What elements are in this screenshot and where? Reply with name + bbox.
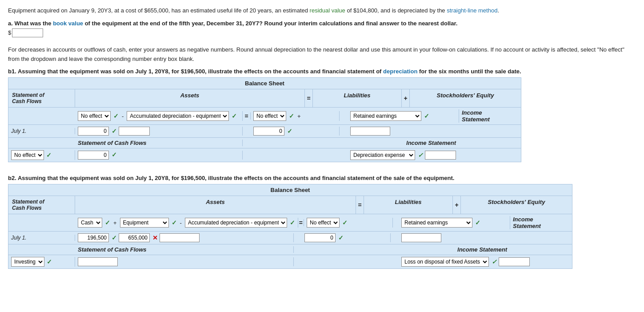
b2-income-stmt-label: Income Statement <box>457 246 507 253</box>
b1-col-eq-header: = <box>305 89 313 107</box>
b2-investing-check: ✓ <box>47 258 52 265</box>
b1-july1-input1[interactable] <box>78 127 109 136</box>
b1-dep-input[interactable] <box>425 151 456 160</box>
b2-investing-input[interactable] <box>78 257 118 266</box>
b1-july1-check1: ✓ <box>112 128 117 135</box>
b1-income-stmt-label: Income Statement <box>406 140 456 146</box>
intro-paragraph: Equipment acquired on January 9, 20Y3, a… <box>8 6 636 16</box>
b1-eq-cell: = <box>243 112 251 120</box>
b2-acc-dep-check: ✓ <box>290 219 295 226</box>
b2-assets-dd-cell: Cash ✓ + Equipment ✓ - Accumulated depre… <box>75 218 298 228</box>
b2-acc-dep-input[interactable] <box>160 233 200 242</box>
book-value-text: book value <box>53 20 83 27</box>
residual-value-text: residual value <box>310 7 345 14</box>
b2-loss-input[interactable] <box>499 257 530 266</box>
b1-col-equity-header: Stockholders' Equity <box>410 89 521 107</box>
answer-a-input[interactable] <box>12 28 43 37</box>
b1-label: b1. Assuming that the equipment was sold… <box>8 68 636 75</box>
b2-july1-equity <box>399 233 510 242</box>
b2-assets-plus: + <box>113 220 117 226</box>
b1-noeffect-input[interactable] <box>78 151 109 160</box>
b1-liab-plus: + <box>297 113 301 120</box>
b2-equipment-input[interactable] <box>119 233 150 242</box>
b2-scf-text: Statement of Cash Flows <box>78 246 147 253</box>
b2-col-eq-header: = <box>356 196 364 214</box>
b1-equity-dd[interactable]: Retained earnings <box>350 111 421 121</box>
b2-eq-cell: = <box>298 219 304 226</box>
b2-cash-input-check: ✓ <box>112 234 117 241</box>
b1-income-header-cell: IncomeStatement <box>459 109 521 123</box>
b2-july1-label: July 1. <box>8 235 75 241</box>
b2-bs-title: Balance Sheet <box>8 184 572 196</box>
b1-noeffect-dd-cell: No effect ✓ <box>8 150 75 160</box>
b1-col-scf-header: Statement of Cash Flows <box>8 89 75 107</box>
b2-income-stmt-label-cell: Income Statement <box>399 246 510 253</box>
b2-loss-disposal-cell: Loss on disposal of fixed Assets ✓ <box>399 257 510 267</box>
b2-july1-assets: ✓ ✕ <box>75 233 294 242</box>
b1-dep-expense-dd[interactable]: Depreciation expense <box>350 150 415 160</box>
b1-assets-dd1[interactable]: No effect <box>78 111 111 121</box>
b1-noeffect-check: ✓ <box>46 152 52 159</box>
b2-cash-check: ✓ <box>105 219 110 226</box>
b1-july1-liab-input[interactable] <box>253 127 284 136</box>
b2-scf-label-row: Statement of Cash Flows Income Statement <box>8 244 572 255</box>
b1-noeffect-dd[interactable]: No effect <box>11 150 44 160</box>
dollar-sign: $ <box>8 29 11 36</box>
b2-acc-dep-dd[interactable]: Accumulated depreciation - equipment <box>185 218 287 228</box>
b2-liab-input[interactable] <box>304 233 336 242</box>
b1-scf-equity-label: Income Statement <box>348 140 459 146</box>
b1-july1-liab: ✓ <box>251 127 340 136</box>
b2-july1-row: July 1. ✓ ✕ ✓ <box>8 231 572 244</box>
b1-july1-equity <box>348 127 459 136</box>
b1-dep-check: ✓ <box>418 152 423 159</box>
b1-dd1-check: ✓ <box>113 112 119 120</box>
b1-liab-dd-cell: No effect ✓ + <box>251 111 340 121</box>
b2-investing-dd[interactable]: Investing <box>11 257 44 267</box>
b2-july1-liab: ✓ <box>302 233 391 242</box>
b2-equipment-check: ✓ <box>172 219 177 226</box>
b2-cash-input[interactable] <box>78 233 109 242</box>
b2-scfdata-middle <box>75 257 294 266</box>
b1-bs-title: Balance Sheet <box>8 78 521 89</box>
b2-equipment-dd[interactable]: Equipment <box>120 218 169 228</box>
b2-liab-dd-cell: No effect ✓ <box>304 218 393 228</box>
b1-balance-sheet: Balance Sheet Statement of Cash Flows As… <box>8 77 521 162</box>
b2-liab-check: ✓ <box>342 219 348 226</box>
b2-income-header-cell: IncomeStatement <box>510 216 572 229</box>
b1-dep-expense-cell: Depreciation expense ✓ <box>348 150 459 160</box>
b2-equity-dd-cell: Retained earnings ✓ <box>399 218 510 228</box>
b2-assets-minus: - <box>180 220 182 226</box>
b1-col-liab-header: Liabilities <box>313 89 402 107</box>
b2-loss-disposal-dd[interactable]: Loss on disposal of fixed Assets <box>401 257 489 267</box>
b2-col-scf-header: Statement of Cash Flows <box>8 196 75 214</box>
b1-july1-equity-input[interactable] <box>350 127 390 136</box>
b2-liab-dd[interactable]: No effect <box>307 218 340 228</box>
b1-scf-label-row: Statement of Cash Flows Income Statement <box>8 137 521 148</box>
question-a-label: a. What was the book value of the equipm… <box>8 20 636 27</box>
b2-col-equity-header: Stockholders' Equity <box>461 196 572 214</box>
b1-income-label: IncomeStatement <box>462 109 490 123</box>
b2-loss-check: ✓ <box>492 258 497 265</box>
b1-liab-dd[interactable]: No effect <box>253 111 286 121</box>
b2-header-row: Statement of Cash Flows Assets = Liabili… <box>8 196 572 214</box>
b1-dropdown-row: No effect ✓ - Accumulated depreciation -… <box>8 107 521 124</box>
b1-scfdata-row: No effect ✓ ✓ Depreciation expense ✓ <box>8 148 521 162</box>
b1-noeffect-input-check: ✓ <box>112 151 117 158</box>
b1-liab-check: ✓ <box>289 112 294 120</box>
b2-equity-input[interactable] <box>401 233 441 242</box>
b2-col-liab-header: Liabilities <box>364 196 453 214</box>
b2-scf-middle: Statement of Cash Flows <box>75 246 294 253</box>
b1-assets-dd2[interactable]: Accumulated depreciation - equipment <box>127 111 229 121</box>
b1-scf-middle: Statement of Cash Flows <box>75 140 243 146</box>
b2-cash-dd[interactable]: Cash <box>78 218 102 228</box>
depreciation-link: depreciation <box>383 68 417 75</box>
b2-equity-check: ✓ <box>475 219 480 226</box>
b2-equity-dd[interactable]: Retained earnings <box>401 218 472 228</box>
b2-label: b2. Assuming that the equipment was sold… <box>8 175 636 181</box>
b1-scfdata-middle: ✓ <box>75 151 243 160</box>
b1-july1-row: July 1. ✓ ✓ <box>8 124 521 137</box>
b1-minus-sign: - <box>122 113 124 120</box>
b1-header-row: Statement of Cash Flows Assets = Liabili… <box>8 89 521 107</box>
b1-july1-input2[interactable] <box>119 127 150 136</box>
b2-liab-input-check: ✓ <box>338 234 344 241</box>
